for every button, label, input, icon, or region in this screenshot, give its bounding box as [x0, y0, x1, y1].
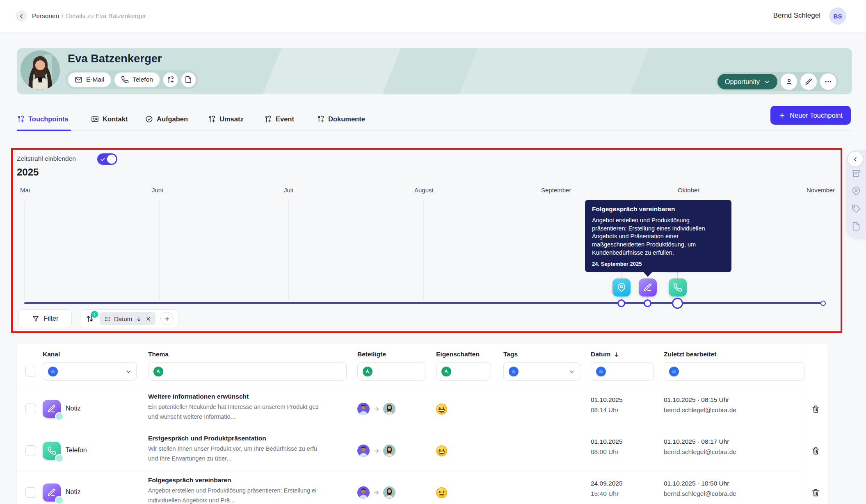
- kanal-filter-select[interactable]: [43, 362, 137, 381]
- tab-label: Kontakt: [103, 115, 128, 123]
- touchpoint-icon: [264, 115, 272, 123]
- archive-icon[interactable]: [852, 169, 861, 178]
- outgoing-arrow-badge: [55, 454, 64, 463]
- phone-button-label: Telefon: [133, 76, 153, 83]
- plus-icon: [164, 316, 170, 322]
- grid-line-juli: [288, 201, 289, 301]
- check-circle-icon: [145, 115, 153, 123]
- touchpoint-icon: [208, 115, 216, 123]
- phone-channel-icon: [43, 442, 61, 460]
- arrow-right-icon: [373, 447, 380, 454]
- row-description-line2: und Ihre Erwartungen zu über...: [148, 455, 348, 462]
- opportunity-button[interactable]: Opportunity: [717, 74, 777, 89]
- tab-touchpoints[interactable]: Touchpoints: [17, 115, 69, 123]
- touchpoints-table: Kanal Thema Beteiligte Eigenschaften Tag…: [17, 344, 828, 504]
- trash-icon: [811, 446, 820, 456]
- month-label: Juni: [152, 187, 163, 194]
- pencil-icon: [805, 78, 813, 86]
- datum-filter-input[interactable]: [591, 362, 654, 381]
- document-action-button[interactable]: [181, 72, 196, 87]
- new-touchpoint-label: Neuer Touchpoint: [790, 112, 843, 119]
- column-header-beteiligte: Beteiligte: [357, 351, 386, 358]
- touchpoint-action-button[interactable]: [163, 72, 178, 87]
- timeline-dot[interactable]: [617, 299, 625, 307]
- select-filter-icon: [596, 367, 606, 376]
- sort-chip-datum[interactable]: Datum: [100, 312, 155, 325]
- envelope-icon: [75, 76, 82, 84]
- top-bar: Personen/Details zu Eva Batzenkerger Ber…: [0, 0, 866, 32]
- column-header-tags: Tags: [503, 351, 518, 358]
- participants: [357, 445, 395, 457]
- delete-row-button[interactable]: [810, 486, 821, 499]
- row-date: 24.09.2025: [591, 480, 623, 487]
- breadcrumb-current: Details zu Eva Batzenkerger: [66, 12, 146, 19]
- back-button[interactable]: [16, 10, 27, 22]
- email-button-label: E-Mail: [86, 76, 104, 83]
- row-time: 15:40 Uhr: [591, 490, 619, 497]
- tab-event[interactable]: Event: [264, 115, 294, 123]
- edit-button[interactable]: [800, 73, 817, 90]
- row-title: Weitere Informationen erwünscht: [148, 393, 249, 400]
- new-touchpoint-button[interactable]: Neuer Touchpoint: [770, 106, 851, 125]
- row-checkbox[interactable]: [25, 445, 36, 456]
- zuletzt-filter-input[interactable]: [664, 362, 804, 381]
- timeline-end-dot: [820, 301, 826, 306]
- row-checkbox[interactable]: [25, 404, 36, 414]
- filter-button-label: Filter: [44, 315, 59, 322]
- participant-avatar-recipient: [383, 403, 395, 415]
- timeline-year: 2025: [17, 166, 39, 178]
- contact-card-icon: [91, 115, 99, 123]
- month-label: August: [414, 187, 434, 194]
- text-filter-icon: [441, 367, 451, 376]
- chevron-left-icon: [19, 14, 24, 19]
- tab-dokumente[interactable]: Dokumente: [317, 115, 365, 123]
- chevron-down-icon: [569, 369, 575, 374]
- phone-button[interactable]: Telefon: [114, 72, 160, 87]
- timeline-toggle[interactable]: [97, 153, 117, 165]
- side-panel-collapse-button[interactable]: [848, 152, 863, 166]
- tab-umsatz[interactable]: Umsatz: [208, 115, 244, 123]
- sort-count-badge: 1: [91, 311, 98, 318]
- beteiligte-filter-input[interactable]: [357, 362, 425, 381]
- user-avatar[interactable]: BS: [829, 7, 846, 25]
- breadcrumb-section[interactable]: Personen: [32, 12, 59, 19]
- location-event-icon[interactable]: [612, 278, 631, 296]
- tag-icon[interactable]: [852, 204, 861, 213]
- row-checkbox[interactable]: [25, 487, 36, 498]
- drag-handle-icon: [104, 316, 110, 322]
- location-pin-icon[interactable]: [852, 187, 861, 196]
- select-filter-icon: [669, 367, 679, 376]
- filter-button[interactable]: Filter: [18, 309, 72, 328]
- column-header-datum[interactable]: Datum: [591, 351, 619, 358]
- note-event-icon[interactable]: [639, 278, 657, 296]
- timeline-dot-active[interactable]: [672, 298, 683, 309]
- event-tooltip: Folgegespräch vereinbaren Angebot erstel…: [585, 200, 731, 272]
- row-title: Folgegespräch vereinbaren: [148, 477, 231, 484]
- sort-desc-icon: [613, 351, 619, 358]
- tags-filter-select[interactable]: [503, 362, 580, 381]
- column-header-eigenschaften: Eigenschaften: [436, 351, 480, 358]
- tooltip-arrow: [643, 272, 652, 277]
- note-channel-icon: [43, 400, 61, 418]
- tab-aufgaben[interactable]: Aufgaben: [145, 115, 188, 123]
- timeline-dot[interactable]: [644, 299, 651, 307]
- sort-button[interactable]: 1: [85, 314, 95, 324]
- more-button[interactable]: [820, 73, 836, 90]
- delete-row-button[interactable]: [810, 403, 821, 415]
- document-icon[interactable]: [852, 222, 861, 231]
- person-button[interactable]: [781, 73, 797, 90]
- add-sort-button[interactable]: [160, 312, 174, 325]
- tab-label: Umsatz: [219, 115, 244, 123]
- close-icon[interactable]: [146, 316, 151, 322]
- tab-kontakt[interactable]: Kontakt: [91, 115, 128, 123]
- email-button[interactable]: E-Mail: [68, 72, 111, 87]
- tooltip-date: 24. September 2025: [592, 261, 724, 267]
- participant-avatar-recipient: [383, 486, 395, 499]
- thema-filter-input[interactable]: [148, 362, 347, 381]
- call-event-icon[interactable]: [669, 278, 687, 296]
- select-all-checkbox[interactable]: [25, 366, 36, 376]
- delete-row-button[interactable]: [810, 445, 821, 457]
- eigenschaften-filter-input[interactable]: [436, 362, 491, 381]
- trash-icon: [811, 488, 820, 497]
- touchpoint-icon: [167, 76, 174, 84]
